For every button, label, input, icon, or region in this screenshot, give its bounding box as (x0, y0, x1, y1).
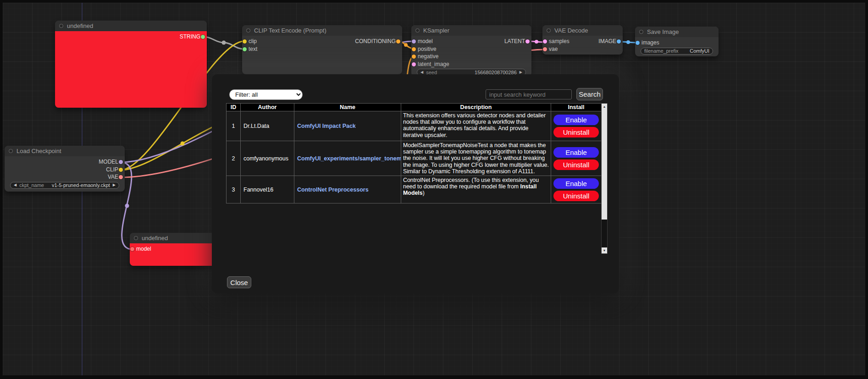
input-port[interactable] (243, 39, 247, 44)
node-header[interactable]: undefined (55, 21, 207, 31)
collapse-dot-icon[interactable] (639, 30, 643, 34)
collapse-dot-icon[interactable] (547, 28, 551, 33)
uninstall-button[interactable]: Uninstall (553, 191, 599, 201)
header-id: ID (227, 104, 241, 111)
enable-button[interactable]: Enable (553, 115, 599, 125)
node-header[interactable]: CLIP Text Encode (Prompt) (242, 25, 402, 36)
input-slot-latent-image: latent_image (411, 60, 449, 68)
input-port[interactable] (130, 247, 134, 251)
widget-value: ComfyUI (690, 48, 709, 54)
output-port[interactable] (119, 175, 123, 179)
decrement-icon[interactable]: ◀ (14, 183, 17, 187)
node-title: CLIP Text Encode (Prompt) (254, 27, 326, 34)
enable-button[interactable]: Enable (553, 178, 599, 189)
extension-link[interactable]: ControlNet Preprocessors (297, 187, 369, 193)
node-header[interactable]: KSampler (411, 25, 531, 36)
table-header-row: ID Author Name Description Install (227, 104, 601, 111)
input-slot-vae: vae (542, 45, 558, 53)
input-port[interactable] (412, 47, 416, 51)
cell-author: Dr.Lt.Data (241, 111, 294, 141)
output-port[interactable] (119, 160, 123, 164)
search-button[interactable]: Search (576, 88, 603, 100)
input-port[interactable] (412, 55, 416, 59)
extension-row: 1 Dr.Lt.Data ComfyUI Impact Pack This ex… (227, 111, 601, 141)
cell-description: ControlNet Preprocessors. (To use this e… (401, 176, 551, 203)
link-midpoint-dot (222, 41, 226, 45)
scroll-down-icon: ▼ (603, 249, 606, 252)
node-header[interactable]: Save Image (635, 27, 719, 37)
filter-select[interactable]: Filter: all (229, 89, 303, 100)
header-description: Description (401, 104, 551, 111)
scroll-down-button[interactable]: ▼ (602, 247, 607, 253)
uninstall-button[interactable]: Uninstall (553, 159, 599, 170)
scroll-up-button[interactable]: ▲ (602, 104, 607, 110)
cell-id: 3 (227, 176, 241, 203)
cell-install: Enable Uninstall (551, 176, 602, 203)
table-scrollbar[interactable]: ▲ ▼ (601, 103, 608, 254)
output-port[interactable] (617, 39, 621, 44)
scrollbar-track[interactable] (602, 220, 607, 247)
node-header[interactable]: Load Checkpoint (5, 146, 125, 156)
widget-value: v1-5-pruned-emaonly.ckpt (52, 182, 110, 188)
search-input[interactable] (486, 89, 572, 99)
input-port[interactable] (543, 39, 547, 44)
uninstall-button[interactable]: Uninstall (553, 127, 599, 137)
enable-button[interactable]: Enable (553, 147, 599, 158)
node-save-image[interactable]: Save Image images filename_prefix ComfyU… (635, 27, 719, 56)
close-button[interactable]: Close (227, 276, 251, 288)
input-slot-model: model (411, 38, 433, 45)
output-slot-conditioning: CONDITIONING (355, 38, 402, 45)
output-port[interactable] (201, 35, 205, 39)
link-midpoint-dot (535, 40, 538, 44)
node-title: KSampler (423, 27, 449, 34)
node-vae-decode[interactable]: VAE Decode samples IMAGE vae (542, 25, 623, 55)
filename-prefix-widget[interactable]: filename_prefix ComfyUI (641, 48, 713, 55)
collapse-dot-icon[interactable] (246, 28, 250, 33)
extension-table: ID Author Name Description Install 1 Dr.… (226, 103, 601, 203)
extension-manager-dialog: Filter: all Search ID Author Name Descri… (212, 74, 619, 293)
ckpt-name-widget[interactable]: ◀ ckpt_name v1-5-pruned-emaonly.ckpt ▶ (10, 182, 119, 189)
cell-id: 1 (227, 111, 241, 141)
cell-id: 2 (227, 141, 241, 176)
node-ksampler[interactable]: KSampler model LATENT positive negative (411, 25, 531, 77)
node-undefined-top[interactable]: undefined STRING (55, 21, 207, 108)
output-port[interactable] (396, 39, 400, 44)
extension-link[interactable]: ComfyUI Impact Pack (297, 123, 356, 129)
cell-description: This extension offers various detector n… (401, 111, 551, 141)
output-slot-latent: LATENT (504, 38, 531, 45)
node-title: Save Image (647, 28, 679, 35)
node-clip-text-encode[interactable]: CLIP Text Encode (Prompt) clip CONDITION… (242, 25, 402, 74)
output-port[interactable] (119, 168, 123, 172)
increment-icon[interactable]: ▶ (113, 183, 116, 187)
node-load-checkpoint[interactable]: Load Checkpoint MODEL CLIP VAE ◀ ckpt_na… (5, 146, 125, 192)
scrollbar-thumb[interactable] (602, 110, 607, 220)
node-title: VAE Decode (554, 27, 588, 34)
node-title: undefined (142, 235, 168, 242)
collapse-dot-icon[interactable] (134, 236, 138, 240)
output-slot-image: IMAGE (598, 38, 623, 45)
extension-row: 2 comfyanonymous ComfyUI_experiments/sam… (227, 141, 601, 176)
output-port[interactable] (525, 39, 530, 44)
node-header[interactable]: VAE Decode (542, 25, 623, 36)
link-midpoint-dot (181, 142, 185, 146)
header-install: Install (551, 104, 602, 111)
node-title: undefined (67, 22, 93, 29)
collapse-dot-icon[interactable] (9, 149, 13, 153)
widget-label: filename_prefix (644, 48, 679, 54)
collapse-dot-icon[interactable] (415, 28, 420, 33)
output-slot-clip: CLIP (106, 166, 125, 174)
cell-author: Fannovel16 (241, 176, 294, 203)
input-port[interactable] (412, 62, 416, 66)
output-slot-model: MODEL (99, 158, 125, 166)
input-slot-clip: clip (242, 38, 257, 45)
output-slot-string: STRING (180, 33, 207, 41)
input-port[interactable] (412, 39, 416, 44)
extension-link[interactable]: ComfyUI_experiments/sampler_tonemap (297, 155, 401, 162)
input-port[interactable] (543, 47, 547, 51)
collapse-dot-icon[interactable] (59, 24, 63, 28)
increment-icon[interactable]: ▶ (520, 71, 522, 74)
decrement-icon[interactable]: ◀ (420, 71, 423, 74)
input-port[interactable] (636, 41, 640, 45)
link-midpoint-dot (125, 204, 129, 208)
input-port[interactable] (243, 47, 247, 51)
